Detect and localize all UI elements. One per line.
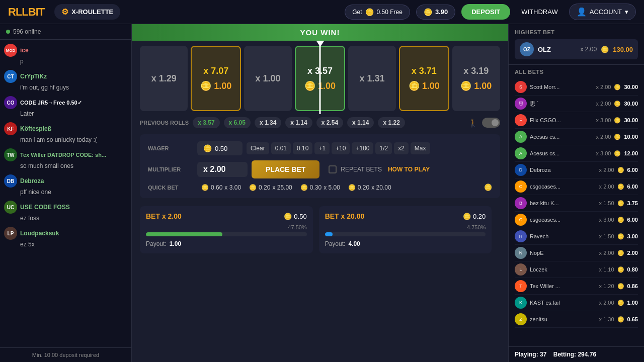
quick-bet-row: QUICK BET 🪙 0.60 x 3.00 🪙 0.20 x 25.00 🪙… [148, 184, 492, 191]
wager-plus100-button[interactable]: +100 [352, 142, 373, 154]
roulette-card: x 1.31 [348, 46, 396, 111]
username: USE CODE FOSS [20, 204, 70, 211]
quick-bet-item[interactable]: 🪙 0.60 x 3.00 [201, 184, 241, 191]
wager-row: WAGER 🪙 0.50 Clear 0.01 0.10 +1 +10 +100… [148, 141, 492, 155]
bet-amount: 3.00 [627, 233, 638, 239]
repeat-bets-label: REPEAT BETS [341, 166, 382, 173]
wager-0.10-button[interactable]: 0.10 [293, 142, 312, 154]
highest-bettor-name: OLZ [538, 46, 577, 53]
wager-input[interactable]: 🪙 0.50 [197, 141, 243, 155]
avatar: MOD [4, 44, 17, 57]
bet-row-item: N NopE x 2.00 🪙 2.00 [515, 245, 638, 261]
wager-value: 0.50 [215, 145, 227, 152]
coin-icon: 🪙 [617, 200, 624, 207]
bet-mult: x 2.00 [596, 134, 611, 140]
avatar: C [515, 180, 527, 193]
bet-amount: 0.86 [627, 283, 638, 289]
avatar: OZ [520, 42, 534, 56]
chat-text: p [20, 58, 127, 65]
highest-bet-mult: x 2.00 [581, 46, 597, 53]
deposit-button[interactable]: DEPOSIT [461, 4, 510, 20]
bet-row-item: Z zenitsu- x 1.30 🪙 0.65 [515, 311, 638, 328]
wager-x2-button[interactable]: x2 [394, 142, 409, 154]
chat-text: ez foss [20, 215, 127, 222]
chevron-down-icon: ▾ [625, 8, 628, 16]
avatar: UC [4, 201, 17, 214]
deposit-required-text: Min. 10.00 deposit required [32, 352, 99, 358]
roulette-coin: 🪙 1.00 [409, 80, 440, 92]
avatar: R [515, 230, 527, 242]
username: Debroza [20, 177, 44, 185]
bettor-name: Scott Morr... [530, 84, 592, 90]
multiplier-input[interactable]: x 2.00 [197, 162, 248, 177]
win-banner: YOU WIN! [132, 24, 508, 41]
coin-icon: 🪙 [284, 213, 292, 220]
quick-bet-mult: x 20.00 [371, 184, 391, 191]
chat-panel: 596 online MOD ice p CT CrYpTiKz i'm out… [0, 24, 132, 362]
bettor-name: Tex Willer ... [530, 283, 595, 289]
bet-amount: 0.80 [627, 266, 638, 273]
bet-mult: x 1.10 [599, 266, 614, 273]
clear-button[interactable]: Clear [247, 142, 269, 154]
free-coins-button[interactable]: Get 🪙 0.50 Free [345, 5, 410, 20]
bet-table-title: BET x 20.00 [325, 212, 365, 220]
list-item: MOD ice p [4, 44, 127, 65]
repeat-bets-checkbox[interactable] [329, 165, 337, 173]
coin-icon: 🪙 [614, 117, 621, 124]
logo-r: R [8, 6, 16, 18]
chat-messages[interactable]: MOD ice p CT CrYpTiKz i'm out, gg hf guy… [0, 40, 131, 347]
chat-text: pff nice one [20, 189, 127, 196]
coin-icon: 🪙 [463, 213, 471, 220]
withdraw-button[interactable]: WITHDRAW [516, 5, 562, 19]
game-selector[interactable]: ⚙ X-ROULETTE [54, 4, 120, 20]
account-label: ACCOUNT [590, 8, 622, 16]
wager-max-button[interactable]: Max [411, 142, 430, 154]
betting-value: 294.76 [578, 351, 596, 358]
list-item: CO CODE JR5→Free 0.50✓ Later [4, 96, 127, 117]
roulette-card: x 7.07 🪙 1.00 [191, 46, 240, 111]
roll-badge: x 6.05 [224, 117, 251, 128]
highest-bet-section: HIGHEST BET OZ OLZ x 2.00 🪙 130.00 [509, 24, 644, 65]
wager-plus10-button[interactable]: +10 [332, 142, 350, 154]
bet-amount: 🪙 0.50 [284, 213, 306, 220]
how-to-play-link[interactable]: HOW TO PLAY [388, 166, 430, 173]
quick-bet-arrow-icon: 🪙 [484, 184, 492, 191]
quick-bet-item[interactable]: 🪙 0.30 x 5.00 [300, 184, 340, 191]
coin-icon: 🪙 [617, 266, 624, 273]
free-amount: 0.50 Free [377, 9, 403, 16]
previous-rolls: PREVIOUS ROLLS x 3.57 x 6.05 x 1.34 x 1.… [132, 114, 508, 131]
bet-row-item: F Flix CSGO... x 3.00 🪙 30.00 [515, 112, 638, 129]
quick-bet-coin: 🪙 [201, 184, 209, 191]
playing-bar: Playing: 37 Betting: 294.76 [509, 346, 644, 362]
roulette-mult: x 1.00 [256, 73, 281, 84]
roll-badge: x 1.14 [285, 117, 312, 128]
quick-bet-item[interactable]: 🪙 0.20 x 20.00 [348, 184, 391, 191]
quick-bet-item[interactable]: 🪙 0.20 x 25.00 [249, 184, 292, 191]
bet-table-title: BET x 2.00 [146, 212, 182, 220]
coin-icon: 🪙 [617, 283, 624, 290]
highest-bet-title: HIGHEST BET [515, 29, 638, 35]
quick-bet-mult: x 3.00 [224, 184, 241, 191]
payout-row: Payout: 1.00 [146, 240, 307, 247]
sound-toggle[interactable] [482, 118, 500, 128]
bettor-name: Debroza [530, 167, 595, 173]
account-button[interactable]: 👤 ACCOUNT ▾ [569, 4, 636, 20]
payout-value: 4.00 [348, 240, 360, 247]
multiplier-row: MULTIPLIER x 2.00 PLACE BET REPEAT BETS … [148, 160, 492, 178]
roulette-card: x 1.29 [140, 46, 188, 111]
wager-label: WAGER [148, 145, 193, 151]
bet-label: BET [146, 212, 162, 220]
bettor-name: Loczek [530, 266, 595, 273]
bet-amount: 6.00 [627, 167, 638, 173]
bet-table-2: BET x 20.00 🪙 0.20 4.750% Payout: 4.00 [319, 206, 492, 253]
bet-row-item: S Scott Morr... x 2.00 🪙 30.00 [515, 79, 638, 96]
place-bet-button[interactable]: PLACE BET [252, 160, 319, 178]
chat-text: so much small ones [20, 162, 127, 169]
username: Tex Willer DATDROP CODE: sh... [20, 152, 106, 158]
quick-bet-label: QUICK BET [148, 185, 193, 191]
wager-plus1-button[interactable]: +1 [314, 142, 330, 154]
bet-amount: 30.00 [624, 84, 638, 90]
username: Loudpacksuk [20, 230, 59, 237]
wager-0.01-button[interactable]: 0.01 [271, 142, 291, 154]
wager-half-button[interactable]: 1/2 [375, 142, 392, 154]
